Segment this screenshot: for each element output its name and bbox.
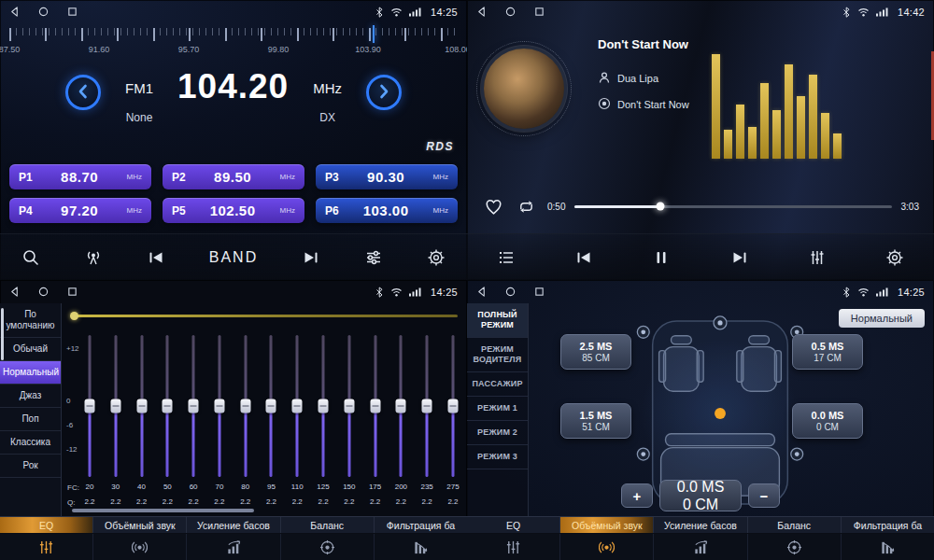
master-level-knob[interactable] [70,312,78,320]
surround-mode-item[interactable]: ПАССАЖИР [467,372,528,397]
tab-label-balance[interactable]: Баланс [748,517,842,533]
band-button[interactable]: BAND [207,247,260,268]
pause-icon[interactable] [650,246,672,269]
seek-down-button[interactable] [65,75,101,110]
eq-band-slider[interactable] [264,335,277,477]
eq-band-slider[interactable] [420,335,433,477]
eq-band-slider[interactable] [369,335,382,477]
next-station-icon[interactable] [300,246,322,269]
slider-knob[interactable] [447,399,458,413]
master-level-slider[interactable] [72,315,458,317]
favorite-heart-icon[interactable] [482,196,505,217]
filter-icon[interactable] [375,534,467,560]
tab-label-surround[interactable]: Объёмный звук [560,517,654,533]
surround-mode-item[interactable]: РЕЖИМ 2 [467,421,528,445]
surround-sound-icon[interactable] [560,534,654,560]
filter-icon[interactable] [842,534,934,560]
tab-label-bass[interactable]: Усиление басов [187,517,280,533]
slider-knob[interactable] [163,399,173,413]
eq-band-slider[interactable] [239,335,252,477]
previous-station-icon[interactable] [145,246,167,269]
slider-knob[interactable] [422,399,432,413]
decrease-delay-button[interactable]: − [748,483,780,508]
tab-label-bass[interactable]: Усиление басов [654,517,747,533]
eq-sliders-icon[interactable] [467,534,560,560]
slider-knob[interactable] [189,399,199,413]
bands-horizontal-scrollbar[interactable] [72,509,254,512]
seek-slider[interactable] [574,205,891,208]
broadcast-icon[interactable] [82,246,105,269]
settings-gear-icon[interactable] [425,246,447,269]
bass-boost-icon[interactable] [654,534,747,560]
tab-label-eq[interactable]: EQ [467,517,560,533]
tab-label-filter[interactable]: Фильтрация ба [375,517,467,533]
slider-knob[interactable] [396,399,406,413]
increase-delay-button[interactable]: + [621,483,653,508]
eq-preset-item[interactable]: Обычай [0,338,61,361]
audio-settings-icon[interactable] [362,246,385,269]
mixer-icon[interactable] [806,246,828,269]
bass-boost-icon[interactable] [187,534,280,560]
surround-mode-item[interactable]: ПОЛНЫЙ РЕЖИМ [467,303,528,338]
eq-preset-item[interactable]: Нормальный [0,361,61,385]
surround-mode-item[interactable]: РЕЖИМ 1 [467,397,528,421]
next-track-icon[interactable] [729,246,751,269]
balance-icon[interactable] [281,534,375,560]
recents-nav-icon[interactable] [67,7,78,17]
search-icon[interactable] [20,246,42,269]
slider-knob[interactable] [85,399,95,413]
eq-preset-item[interactable]: Классика [0,431,61,455]
preset-button-p3[interactable]: P390.30MHz [316,164,458,189]
preset-button-p4[interactable]: P497.20MHz [9,198,151,223]
tab-label-filter[interactable]: Фильтрация ба [842,517,934,533]
eq-preset-item[interactable]: Поп [0,408,61,431]
tab-label-balance[interactable]: Баланс [281,517,375,533]
back-nav-icon[interactable] [9,7,20,17]
tab-label-eq[interactable]: EQ [0,517,93,533]
repeat-icon[interactable] [515,196,538,217]
home-nav-icon[interactable] [38,287,49,297]
eq-preset-item[interactable]: Джаз [0,385,61,408]
progress-knob[interactable] [657,203,665,211]
preset-button-p2[interactable]: P289.50MHz [163,164,304,189]
home-nav-icon[interactable] [505,287,516,297]
home-nav-icon[interactable] [38,7,49,17]
recents-nav-icon[interactable] [534,7,545,17]
slider-knob[interactable] [344,399,354,413]
playlist-icon[interactable] [495,246,517,269]
delay-front-right[interactable]: 0.5 MS 17 CM [792,334,863,370]
eq-band-slider[interactable] [109,335,122,477]
recents-nav-icon[interactable] [67,287,78,297]
eq-preset-item[interactable]: По умолчанию [0,303,61,338]
sound-profile-button[interactable]: Нормальный [839,309,925,328]
slider-knob[interactable] [318,399,329,413]
eq-sliders-icon[interactable] [0,534,93,560]
recents-nav-icon[interactable] [534,287,545,297]
eq-band-slider[interactable] [135,335,149,477]
seek-up-button[interactable] [366,75,402,110]
eq-band-slider[interactable] [317,335,330,477]
eq-band-slider[interactable] [161,335,174,477]
eq-band-slider[interactable] [290,335,304,477]
slider-knob[interactable] [136,399,147,413]
surround-sound-icon[interactable] [93,534,187,560]
preset-button-p5[interactable]: P5102.50MHz [163,198,304,223]
surround-mode-item[interactable]: РЕЖИМ 3 [467,445,528,469]
eq-band-slider[interactable] [83,335,96,477]
surround-mode-item[interactable]: РЕЖИМ ВОДИТЕЛЯ [467,338,528,372]
back-nav-icon[interactable] [9,287,20,297]
back-nav-icon[interactable] [476,7,487,17]
slider-knob[interactable] [214,399,224,413]
home-nav-icon[interactable] [505,7,516,17]
balance-icon[interactable] [748,534,842,560]
preset-button-p1[interactable]: P188.70MHz [9,164,151,189]
delay-rear-right[interactable]: 0.0 MS 0 CM [792,403,863,439]
album-art[interactable] [484,49,564,129]
delay-rear-left[interactable]: 1.5 MS 51 CM [560,403,631,439]
preset-button-p6[interactable]: P6103.00MHz [316,198,458,223]
frequency-ruler[interactable]: 87.5091.6095.7099.80103.90108.00 [9,28,458,60]
slider-knob[interactable] [110,399,120,413]
eq-band-slider[interactable] [446,335,460,477]
eq-band-slider[interactable] [213,335,226,477]
back-nav-icon[interactable] [476,287,487,297]
